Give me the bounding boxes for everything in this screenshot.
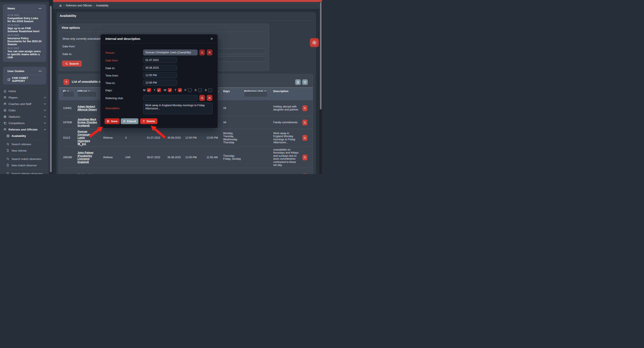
news-title: Competition Entry Links for the 23/24 Se… — [8, 17, 42, 23]
column-header-id[interactable]: ID — [63, 88, 78, 93]
description-textarea[interactable]: Work away in England Monday mornings to … — [143, 102, 212, 114]
sidebar-top-strip — [0, 0, 49, 2]
view-row-button[interactable] — [302, 120, 307, 125]
time-to-input[interactable] — [143, 80, 177, 86]
add-interval-button[interactable]: + — [64, 79, 69, 85]
page-scrollbar-thumb[interactable] — [320, 2, 322, 109]
search-icon — [6, 143, 10, 146]
news-item[interactable]: 06.07.2022 You can now assign users to s… — [8, 47, 42, 59]
cell-description: Work away in England Monday mornings to … — [273, 132, 302, 144]
home-icon — [4, 90, 7, 93]
breadcrumb-separator: › — [64, 4, 64, 7]
news-item[interactable]: 22.06.2023 Competition Entry Links for t… — [8, 14, 42, 23]
official-link[interactable]: Duncan Christopher Lewis (Aberdare Wales… — [78, 130, 93, 145]
search-button[interactable]: Search — [62, 61, 82, 67]
referring-club-label: Referring club: — [106, 97, 124, 100]
sidebar-scrollbar[interactable] — [49, 0, 53, 174]
day-checkbox-thursday[interactable] — [178, 88, 182, 92]
cancel-button[interactable]: Cancel — [121, 118, 138, 124]
file-icon — [6, 149, 10, 152]
collapse-icon[interactable]: — — [38, 69, 42, 73]
official-link[interactable]: Matthew John (Neath Wales) — [78, 173, 95, 174]
news-panel: News — 22.06.2023 Competition Entry Link… — [3, 4, 46, 62]
column-settings-button[interactable] — [302, 79, 308, 85]
breadcrumb-availability[interactable]: Availability — [96, 4, 108, 7]
sidebar-scrollbar-thumb[interactable] — [50, 6, 52, 172]
external-link-icon — [8, 78, 10, 81]
time-from-input[interactable] — [143, 72, 177, 78]
view-row-button[interactable] — [302, 105, 307, 111]
cell-category: 2AR — [125, 156, 147, 159]
sidebar-item-players[interactable]: Players — [0, 94, 49, 101]
page-title: Availability — [60, 14, 76, 18]
official-link[interactable]: John Palmer (Fazakerley Liverpool Englan… — [78, 151, 94, 163]
day-checkbox-wednesday[interactable] — [168, 88, 172, 92]
news-date: 22.05.2023 — [8, 24, 42, 27]
official-filter-input[interactable] — [78, 91, 96, 97]
referring-club-filter-input[interactable] — [244, 91, 267, 97]
view-row-button[interactable] — [302, 173, 307, 174]
column-header-referring-club[interactable]: Referring club — [244, 88, 273, 93]
referring-club-input[interactable] — [143, 95, 198, 101]
day-checkbox-friday[interactable] — [188, 88, 192, 92]
column-header-official[interactable]: Official — [78, 88, 103, 93]
day-letter: M — [143, 88, 146, 92]
view-row-button[interactable] — [302, 154, 307, 160]
news-title: Sign up to an FAW Summer Roadshow here! — [8, 27, 42, 33]
sidebar-item-search-referee-observers[interactable]: Search referee observers — [0, 170, 49, 174]
interval-and-description-dialog: Interval and description ✕ Person: Date … — [100, 34, 218, 128]
person-input[interactable] — [143, 50, 198, 55]
sidebar-item-coaches-and-staff[interactable]: Coaches and Staff — [0, 101, 49, 107]
user-guides-title: User Guides — [8, 70, 24, 73]
day-checkbox-saturday[interactable] — [198, 88, 202, 92]
column-header-days[interactable]: Days — [223, 88, 244, 93]
referring-club-search-button[interactable] — [199, 95, 205, 101]
sidebar-item-competitions[interactable]: Competitions — [0, 120, 49, 126]
view-row-button[interactable] — [302, 135, 307, 141]
day-checkbox-monday[interactable] — [147, 88, 151, 92]
faw-comet-support-link[interactable]: FAW COMET SUPPORT — [8, 77, 42, 83]
sidebar-item-clubs[interactable]: Clubs — [0, 107, 49, 113]
date-to-label: Date to: — [62, 53, 72, 56]
breadcrumb-referees-and-officials[interactable]: Referees and Officials — [66, 4, 92, 7]
save-button[interactable]: Save — [104, 118, 120, 124]
time-from-label: Time from: — [106, 74, 118, 77]
home-icon[interactable] — [59, 4, 62, 7]
breadcrumb: › Referees and Officials › Availability — [53, 2, 322, 9]
news-title: You can now assign users to specific tea… — [8, 50, 42, 59]
cell-days: All — [223, 107, 244, 110]
sidebar-nav: Home Players Coaches and Staff Clubs Sta… — [0, 88, 49, 174]
day-letter: F — [185, 88, 186, 92]
person-clear-icon[interactable] — [207, 50, 212, 55]
day-checkbox-tuesday[interactable] — [157, 88, 161, 92]
news-date: 06.07.2022 — [8, 34, 42, 37]
sidebar-item-search-match-observers[interactable]: Search match observers — [0, 156, 49, 162]
news-item[interactable]: 06.07.2022 Insurance Policy Documents fo… — [8, 34, 42, 46]
official-link[interactable]: Jonathan Mark Ervine (Dundee Scotland) — [78, 118, 97, 127]
date-from-input[interactable] — [143, 57, 177, 63]
page-scrollbar[interactable] — [320, 2, 322, 174]
sidebar-item-new-match-observer[interactable]: New match observer — [0, 162, 49, 168]
export-excel-button[interactable] — [295, 79, 301, 85]
day-checkbox-sunday[interactable] — [208, 88, 212, 92]
referring-club-clear-icon[interactable] — [207, 95, 212, 101]
sidebar-item-referees-and-officials[interactable]: Referees and Officials — [0, 126, 49, 133]
sidebar-item-new-referee[interactable]: New referee — [0, 147, 49, 154]
collapse-icon[interactable]: — — [38, 7, 42, 10]
cell-days: Thursday, Friday, Sunday — [223, 154, 244, 160]
column-header-description[interactable]: Description — [273, 88, 302, 93]
sidebar-item-search-referees[interactable]: Search referees — [0, 141, 49, 147]
settings-gear-button[interactable] — [310, 38, 319, 47]
delete-button[interactable]: Delete — [140, 118, 158, 124]
id-filter-input[interactable] — [63, 91, 74, 97]
sidebar-item-home[interactable]: Home — [0, 88, 49, 94]
close-icon[interactable]: ✕ — [209, 37, 214, 41]
cell-description: Holiday abroad with daughter and partner… — [273, 105, 302, 111]
person-search-button[interactable] — [199, 50, 205, 55]
sidebar-item-availability[interactable]: Availability — [0, 133, 49, 139]
divider — [6, 169, 46, 169]
news-item[interactable]: 22.05.2023 Sign up to an FAW Summer Road… — [8, 24, 42, 33]
official-link[interactable]: Adam Herbert (Muscat Oman) — [78, 105, 97, 111]
date-to-input[interactable] — [143, 65, 177, 71]
sidebar-item-stadiums[interactable]: Stadiums — [0, 113, 49, 120]
